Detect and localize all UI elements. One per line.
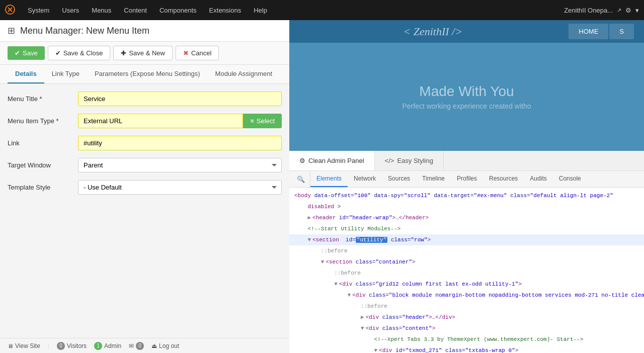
form-tabs: Details Link Type Parameters (Expose Men… — [0, 65, 289, 84]
devtools-tab-profiles[interactable]: Profiles — [451, 171, 483, 187]
nav-content[interactable]: Content — [119, 4, 152, 17]
devtools-tab-network[interactable]: Network — [348, 171, 382, 187]
devtools-line-3: <header id="header-wrap">…</header> — [289, 212, 644, 223]
save-new-button[interactable]: ✚ Save & New — [113, 46, 173, 60]
user-link[interactable]: ZenithII Onepa... — [564, 7, 613, 14]
logout-item: ⏏ Log out — [151, 342, 179, 349]
visitors-label: Visitors — [67, 342, 87, 349]
save-close-label: Save & Close — [63, 49, 103, 57]
chevron-down-icon[interactable]: ▾ — [635, 7, 639, 14]
link-input[interactable] — [78, 136, 282, 150]
menu-item-type-row: Menu Item Type * ≡ Select — [8, 114, 282, 128]
easy-styling-label: Easy Styling — [397, 157, 433, 164]
save-close-button[interactable]: ✔ Save & Close — [48, 46, 111, 60]
collapse-icon-5[interactable] — [361, 314, 364, 320]
devtools-content: <body data-offset="100" data-spy="scroll… — [289, 188, 644, 353]
tab-link-type[interactable]: Link Type — [44, 65, 87, 83]
save-label: Save — [23, 49, 38, 57]
nav-menus[interactable]: Menus — [87, 4, 116, 17]
devtools-line-11: ::before — [289, 301, 644, 312]
cancel-icon: ✖ — [183, 49, 189, 57]
devtools-tab-elements[interactable]: Elements — [310, 171, 348, 187]
devtools-tab-audits[interactable]: Audits — [524, 171, 552, 187]
messages-item: ✉ 0 — [129, 342, 144, 350]
messages-badge: 0 — [136, 342, 144, 350]
preview-title: Made With You — [419, 83, 514, 100]
devtools-tab-console[interactable]: Console — [553, 171, 587, 187]
preview-content-area: Made With You Perfect working experience… — [289, 43, 644, 151]
collapse-icon-2[interactable] — [321, 259, 325, 265]
devtools-line-7: <section class="container"> — [289, 256, 644, 268]
admin-badge: 1 — [94, 342, 102, 350]
collapse-icon-4[interactable] — [348, 292, 351, 298]
admin-tab-clean[interactable]: ⚙ Clean Admin Panel — [289, 151, 375, 170]
collapse-icon-7[interactable] — [374, 347, 377, 353]
admin-tab-easy-styling[interactable]: </> Easy Styling — [375, 151, 444, 170]
easy-styling-icon: </> — [385, 157, 394, 164]
collapse-icon[interactable] — [307, 215, 311, 221]
devtools-tabs: 🔍 Elements Network Sources Timeline Prof… — [289, 171, 644, 188]
view-site-link[interactable]: View Site — [15, 342, 40, 349]
devtools-panel: 🔍 Elements Network Sources Timeline Prof… — [289, 171, 644, 353]
select-label: Select — [257, 117, 275, 125]
preview-more-button[interactable]: S — [609, 24, 634, 39]
menu-item-type-label: Menu Item Type * — [8, 117, 78, 125]
target-window-select[interactable]: Parent — [78, 158, 282, 172]
cancel-button[interactable]: ✖ Cancel — [176, 46, 219, 60]
left-panel: ⊞ Menu Manager: New Menu Item ✔ Save ✔ S… — [0, 20, 289, 353]
link-label: Link — [8, 139, 78, 147]
devtools-line-14: <!--Xpert Tabs 3.3 by ThemeXpert (www.th… — [289, 334, 644, 345]
menu-title-row: Menu Title * — [8, 92, 282, 106]
select-button[interactable]: ≡ Select — [243, 114, 282, 128]
preview-home-button[interactable]: HOME — [569, 24, 608, 39]
menu-title-input[interactable] — [78, 92, 282, 106]
menu-item-type-group: ≡ Select — [78, 114, 282, 128]
nav-users[interactable]: Users — [57, 4, 84, 17]
admin-tabs: ⚙ Clean Admin Panel </> Easy Styling — [289, 151, 644, 171]
list-icon: ≡ — [250, 117, 254, 125]
tab-parameters[interactable]: Parameters (Expose Menu Settings) — [87, 65, 208, 83]
panel-header: ⊞ Menu Manager: New Menu Item — [0, 20, 289, 42]
settings-icon[interactable]: ⚙ — [625, 7, 631, 14]
logout-link[interactable]: Log out — [159, 342, 179, 349]
target-window-label: Target Window — [8, 161, 78, 169]
preview-website: < ZenithII /> HOME S Made With You Perfe… — [289, 20, 644, 151]
template-style-select[interactable]: - Use Default — [78, 180, 282, 195]
nav-help[interactable]: Help — [249, 4, 272, 17]
collapse-icon-6[interactable] — [361, 325, 364, 331]
devtools-tab-sources[interactable]: Sources — [382, 171, 416, 187]
view-site-item: 🖥 View Site — [8, 342, 40, 349]
devtools-line-12: <div class="header">…</div> — [289, 312, 644, 323]
collapse-icon-3[interactable] — [334, 281, 338, 287]
devtools-line-2: disabled > — [289, 201, 644, 212]
admin-label: Admin — [104, 342, 121, 349]
joomla-logo[interactable] — [5, 5, 15, 16]
menu-manager-icon: ⊞ — [8, 25, 15, 36]
clean-admin-label: Clean Admin Panel — [308, 157, 364, 164]
devtools-line-8: ::before — [289, 268, 644, 279]
tab-module-assignment[interactable]: Module Assignment — [208, 65, 280, 83]
toolbar: ✔ Save ✔ Save & Close ✚ Save & New ✖ Can… — [0, 42, 289, 65]
devtools-line-5: <section id="utility" class="row"> — [289, 234, 644, 245]
preview-subtitle: Perfect working experience created witho — [402, 102, 531, 110]
link-row: Link — [8, 136, 282, 150]
cancel-label: Cancel — [191, 49, 211, 57]
nav-components[interactable]: Components — [154, 4, 202, 17]
target-window-row: Target Window Parent — [8, 158, 282, 172]
save-button[interactable]: ✔ Save — [8, 46, 45, 60]
main-container: ⊞ Menu Manager: New Menu Item ✔ Save ✔ S… — [0, 20, 644, 353]
save-close-icon: ✔ — [55, 49, 61, 57]
logout-icon: ⏏ — [151, 342, 157, 349]
tab-details[interactable]: Details — [8, 65, 44, 83]
menu-item-type-input[interactable] — [78, 114, 243, 128]
nav-extensions[interactable]: Extensions — [204, 4, 247, 17]
save-new-icon: ✚ — [121, 49, 126, 57]
devtools-search-icon[interactable]: 🔍 — [292, 171, 310, 187]
devtools-line-15: <div id="txmod_271" class="txtabs-wrap 0… — [289, 345, 644, 353]
collapse-icon-section[interactable] — [307, 237, 311, 243]
devtools-tab-timeline[interactable]: Timeline — [416, 171, 451, 187]
devtools-tab-resources[interactable]: Resources — [483, 171, 524, 187]
save-icon: ✔ — [15, 49, 20, 57]
devtools-line-10: <div class="block module nomargin-bottom… — [289, 290, 644, 301]
nav-system[interactable]: System — [23, 4, 54, 17]
